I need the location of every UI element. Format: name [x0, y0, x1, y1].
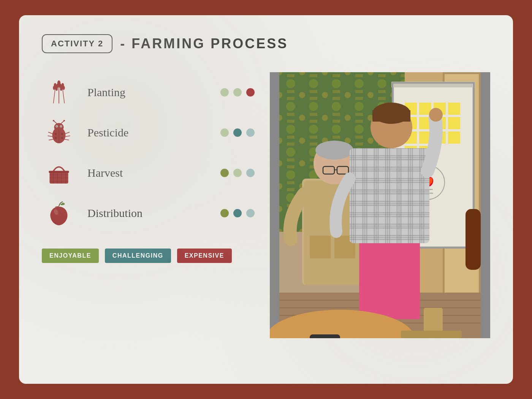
svg-rect-94: [359, 236, 420, 319]
distribution-label: Distribution: [87, 207, 209, 220]
icon-container-planting: [42, 79, 76, 106]
svg-point-107: [429, 108, 443, 122]
dot-1: [220, 169, 229, 177]
svg-rect-43: [49, 171, 69, 173]
svg-line-26: [48, 136, 53, 136]
pesticide-label: Pesticide: [87, 126, 209, 139]
legend-challenging: CHALLENGING: [105, 249, 171, 263]
photo-panel: 🍎 Processes at all costs: [270, 72, 490, 338]
dot-2: [233, 169, 242, 177]
svg-rect-70: [448, 103, 460, 115]
dot-1: [220, 209, 229, 217]
header: ACTIVITY 2 - FARMING PROCESS: [42, 34, 490, 53]
icon-container-pesticide: [42, 119, 76, 146]
svg-line-42: [66, 172, 66, 184]
process-row-harvest: Harvest: [42, 153, 255, 193]
harvest-dots: [220, 169, 255, 177]
svg-point-23: [63, 120, 65, 121]
svg-point-18: [56, 126, 57, 127]
svg-rect-74: [448, 117, 460, 129]
svg-line-28: [65, 132, 70, 134]
svg-point-12: [60, 86, 63, 90]
process-row-distribution: Distribution: [42, 193, 255, 233]
icon-container-distribution: [42, 200, 76, 226]
icon-container-harvest: [42, 160, 76, 186]
legend-enjoyable: ENJOYABLE: [42, 249, 99, 263]
svg-point-34: [61, 137, 63, 139]
left-panel: Planting: [42, 72, 255, 338]
svg-point-88: [315, 141, 353, 160]
wheat-icon: [46, 79, 72, 106]
svg-point-22: [53, 120, 54, 121]
photo-scene: 🍎 Processes at all costs: [270, 72, 490, 338]
svg-point-32: [61, 133, 63, 135]
dot-2: [233, 88, 242, 97]
svg-point-33: [55, 137, 57, 139]
planting-label: Planting: [87, 86, 209, 99]
svg-point-19: [60, 126, 62, 127]
dot-2: [233, 128, 242, 137]
planting-dots: [220, 88, 255, 97]
photo-frame: 🍎 Processes at all costs: [270, 72, 490, 338]
svg-point-9: [53, 86, 55, 90]
main-content: Planting: [42, 72, 490, 338]
apple-icon: [46, 200, 72, 226]
svg-line-29: [65, 136, 70, 136]
activity-box: ACTIVITY 2: [42, 34, 112, 53]
svg-point-13: [63, 86, 65, 90]
svg-rect-108: [466, 209, 481, 270]
pesticide-dots: [220, 128, 255, 137]
svg-rect-96: [350, 148, 429, 243]
dot-1: [220, 88, 229, 97]
harvest-label: Harvest: [87, 166, 209, 179]
svg-rect-92: [310, 236, 331, 258]
title-separator: -: [120, 36, 131, 51]
activity-label: ACTIVITY 2: [51, 39, 103, 48]
distribution-dots: [220, 209, 255, 217]
svg-rect-106: [372, 110, 410, 122]
legend: ENJOYABLE CHALLENGING EXPENSIVE: [42, 249, 255, 263]
slide: ACTIVITY 2 - FARMING PROCESS: [19, 15, 513, 384]
basket-icon: [46, 160, 72, 186]
dot-3: [246, 88, 255, 97]
svg-rect-113: [401, 331, 462, 338]
svg-rect-111: [310, 334, 340, 338]
svg-rect-78: [448, 131, 460, 144]
dot-3: [246, 128, 255, 137]
beetle-icon: [46, 119, 72, 146]
svg-line-27: [49, 139, 53, 140]
svg-line-30: [65, 139, 69, 140]
dot-2: [233, 209, 242, 217]
dot-1: [220, 128, 229, 137]
dot-3: [246, 209, 255, 217]
svg-point-31: [55, 133, 57, 135]
svg-line-25: [48, 132, 53, 134]
process-row-pesticide: Pesticide: [42, 112, 255, 153]
process-row-planting: Planting: [42, 72, 255, 112]
svg-line-40: [57, 172, 58, 184]
slide-title: - FARMING PROCESS: [120, 36, 288, 52]
dot-3: [246, 169, 255, 177]
legend-expensive: EXPENSIVE: [177, 249, 232, 263]
svg-point-10: [55, 86, 57, 90]
